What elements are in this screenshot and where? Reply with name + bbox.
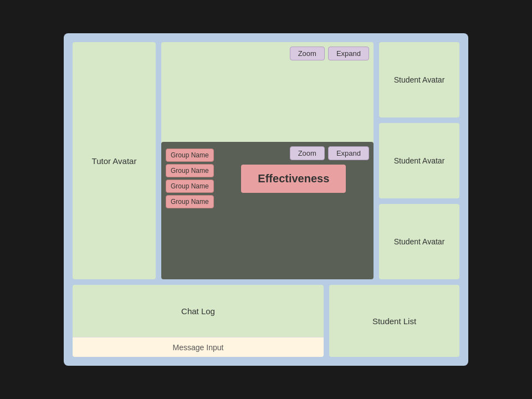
group-name-btn-3[interactable]: Group Name	[166, 180, 214, 193]
chat-log: Chat Log	[73, 285, 324, 337]
bottom-section: Chat Log Message Input Student List	[73, 285, 459, 357]
student-avatar-3: Student Avatar	[379, 204, 459, 279]
top-section: Tutor Avatar Zoom Expand Tutor Whiteboar…	[73, 42, 459, 279]
student-avatar-3-label: Student Avatar	[394, 237, 445, 246]
overlay-expand-button[interactable]: Expand	[328, 146, 369, 160]
group-list: Group Name Group Name Group Name Group N…	[166, 146, 214, 208]
center-panel: Zoom Expand Tutor Whiteboard Group Name …	[161, 42, 374, 279]
message-input[interactable]: Message Input	[73, 337, 324, 357]
overlay-right: Zoom Expand Effectiveness	[218, 146, 369, 193]
group-name-btn-1[interactable]: Group Name	[166, 149, 214, 162]
whiteboard-area: Zoom Expand Tutor Whiteboard Group Name …	[161, 42, 374, 279]
chat-area: Chat Log Message Input	[73, 285, 324, 357]
group-name-btn-4[interactable]: Group Name	[166, 195, 214, 208]
tutor-avatar: Tutor Avatar	[73, 42, 156, 279]
tutor-avatar-label: Tutor Avatar	[92, 156, 137, 166]
right-panel: Student Avatar Student Avatar Student Av…	[379, 42, 459, 279]
effectiveness-box: Effectiveness	[241, 165, 346, 193]
whiteboard-zoom-button[interactable]: Zoom	[290, 47, 325, 60]
student-list: Student List	[329, 285, 459, 357]
student-avatar-1: Student Avatar	[379, 42, 459, 117]
whiteboard-expand-button[interactable]: Expand	[328, 47, 369, 60]
student-avatar-2-label: Student Avatar	[394, 156, 445, 165]
overlay-zoom-button[interactable]: Zoom	[290, 146, 325, 160]
app-container: Tutor Avatar Zoom Expand Tutor Whiteboar…	[64, 33, 468, 366]
student-avatar-1-label: Student Avatar	[394, 75, 445, 84]
overlay-buttons: Zoom Expand	[218, 146, 369, 160]
group-name-btn-2[interactable]: Group Name	[166, 164, 214, 177]
whiteboard-buttons: Zoom Expand	[166, 47, 369, 60]
overlay-area: Group Name Group Name Group Name Group N…	[161, 142, 374, 279]
student-avatar-2: Student Avatar	[379, 123, 459, 198]
